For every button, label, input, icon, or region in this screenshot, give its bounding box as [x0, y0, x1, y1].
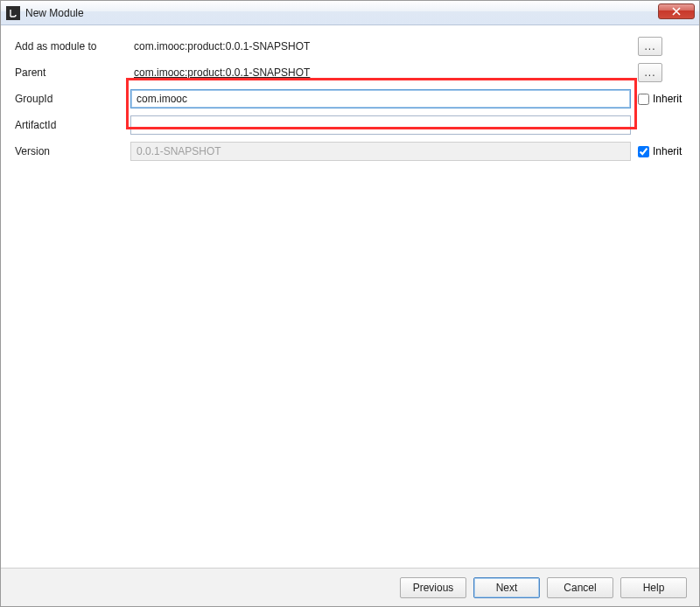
app-icon: [6, 6, 20, 20]
close-icon: [672, 7, 681, 16]
parent-text: com.imooc:product:0.0.1-SNAPSHOT: [130, 66, 310, 79]
version-inherit-checkbox[interactable]: Inherit: [638, 145, 682, 157]
cancel-button[interactable]: Cancel: [547, 577, 613, 598]
wizard-button-bar: Previous Next Cancel Help: [1, 568, 699, 606]
label-artifactid: ArtifactId: [15, 119, 130, 131]
label-groupid: GroupId: [15, 93, 130, 105]
groupid-inherit-checkbox[interactable]: Inherit: [638, 93, 682, 105]
label-version: Version: [15, 145, 130, 157]
close-button[interactable]: [658, 3, 695, 19]
groupid-inherit-label: Inherit: [653, 93, 682, 105]
next-button[interactable]: Next: [473, 577, 540, 598]
groupid-inherit-input[interactable]: [638, 94, 649, 105]
previous-button[interactable]: Previous: [400, 577, 466, 598]
version-inherit-input[interactable]: [638, 146, 649, 157]
artifactid-input[interactable]: [130, 115, 631, 135]
window-title: New Module: [25, 7, 84, 19]
row-add-as-module: Add as module to com.imooc:product:0.0.1…: [15, 36, 685, 57]
label-parent: Parent: [15, 66, 130, 79]
row-groupid: GroupId Inherit: [15, 88, 685, 109]
row-parent: Parent com.imooc:product:0.0.1-SNAPSHOT …: [15, 62, 685, 83]
help-button[interactable]: Help: [620, 577, 687, 598]
row-version: Version Inherit: [15, 141, 685, 162]
version-input: [130, 142, 631, 161]
label-add-as-module: Add as module to: [15, 40, 130, 52]
form-content: Add as module to com.imooc:product:0.0.1…: [1, 25, 699, 162]
browse-parent-button[interactable]: ...: [638, 63, 662, 82]
row-artifactid: ArtifactId: [15, 115, 685, 136]
browse-add-as-module-button[interactable]: ...: [638, 37, 662, 56]
version-inherit-label: Inherit: [653, 145, 682, 157]
add-as-module-text: com.imooc:product:0.0.1-SNAPSHOT: [130, 40, 310, 52]
value-parent: com.imooc:product:0.0.1-SNAPSHOT: [130, 66, 631, 79]
groupid-input[interactable]: [130, 89, 631, 108]
value-add-as-module: com.imooc:product:0.0.1-SNAPSHOT: [130, 40, 631, 52]
titlebar: New Module: [1, 1, 699, 25]
